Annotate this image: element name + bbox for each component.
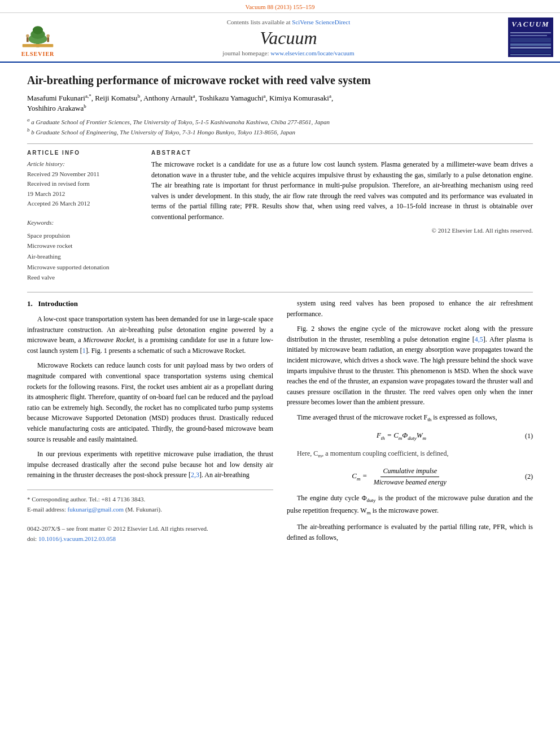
email-link[interactable]: fukunarig@gmail.com xyxy=(67,506,124,513)
homepage-url[interactable]: www.elsevier.com/locate/vacuum xyxy=(270,50,354,56)
formula-1: Fth = CmΦdutyWm xyxy=(287,430,516,443)
revised-date: 19 March 2012 xyxy=(27,190,65,197)
body-col-left: 1. Introduction A low-cost space transpo… xyxy=(27,298,273,547)
right-para-2: Fig. 2 shows the engine cycle of the mic… xyxy=(287,324,533,408)
right-para-3: Time averaged thrust of the microwave ro… xyxy=(287,412,533,424)
formula-1-label: Here, Cm, a momentum coupling coefficien… xyxy=(287,448,533,460)
svg-rect-5 xyxy=(27,37,29,42)
author-yamaguchi: Toshikazu Yamaguchia xyxy=(199,94,266,102)
intro-para-1: A low-cost space transportation system h… xyxy=(27,314,273,356)
divider xyxy=(27,143,533,144)
keyword-1: Space propulsion xyxy=(27,230,140,241)
affiliation-a: a a Graduate School of Frontier Sciences… xyxy=(27,116,533,126)
accepted-date: Accepted 26 March 2012 xyxy=(27,200,90,207)
keyword-5: Reed valve xyxy=(27,272,140,283)
email-person: (M. Fukunari). xyxy=(125,506,162,513)
intro-para-3: In our previous experiments with repetit… xyxy=(27,449,273,480)
journal-center: Contents lists available at SciVerse Sci… xyxy=(75,19,502,56)
author-fukunari: Masafumi Fukunaria,* xyxy=(27,94,91,102)
svg-point-4 xyxy=(26,34,29,37)
section-number: 1. xyxy=(27,299,33,308)
elsevier-text: ELSEVIER xyxy=(21,51,55,57)
revised-label: Received in revised form xyxy=(27,180,90,187)
abstract-text: The microwave rocket is a candidate for … xyxy=(151,159,533,235)
email-label: E-mail address: xyxy=(27,506,67,513)
doi-link[interactable]: 10.1016/j.vacuum.2012.03.058 xyxy=(38,535,116,542)
keyword-4: Microwave supported detonation xyxy=(27,262,140,273)
section-name: Introduction xyxy=(38,299,78,308)
sciverse-link: Contents lists available at SciVerse Sci… xyxy=(75,19,502,25)
author-arakawa: Yoshihiro Arakawab xyxy=(27,104,86,112)
article-content: Air-breathing performance of microwave r… xyxy=(0,63,560,557)
article-title: Air-breathing performance of microwave r… xyxy=(27,73,533,88)
fraction-numerator: Cumulative impulse xyxy=(380,466,439,477)
abstract-col: ABSTRACT The microwave rocket is a candi… xyxy=(151,150,533,283)
journal-header: ELSEVIER Contents lists available at Sci… xyxy=(0,13,560,63)
article-info-col: ARTICLE INFO Article history: Received 2… xyxy=(27,150,140,283)
doi-label: doi: xyxy=(27,535,37,542)
formula-1-number: (1) xyxy=(516,431,533,442)
formula-1-block: Fth = CmΦdutyWm (1) xyxy=(287,430,533,443)
corresponding-author: * Corresponding author. Tel.: +81 4 7136… xyxy=(27,495,273,505)
journal-reference: Vacuum 88 (2013) 155–159 xyxy=(245,3,314,10)
divider-2 xyxy=(27,292,533,292)
copyright: © 2012 Elsevier Ltd. All rights reserved… xyxy=(151,226,533,235)
right-para-5: The air-breathing performance is evaluat… xyxy=(287,522,533,543)
svg-point-3 xyxy=(33,26,43,34)
right-para-1: system using reed valves has been propos… xyxy=(287,298,533,319)
svg-rect-8 xyxy=(23,44,54,47)
elsevier-tree-icon xyxy=(15,21,60,50)
author-komurasaki: Kimiya Komurasakia xyxy=(269,94,331,102)
cover-decoration xyxy=(510,31,551,56)
authors: Masafumi Fukunaria,*, Reiji Komatsub, An… xyxy=(27,93,533,113)
svg-rect-7 xyxy=(47,37,49,42)
keyword-2: Microwave rocket xyxy=(27,241,140,251)
fraction-denominator: Microwave beamed energy xyxy=(371,477,449,488)
right-para-4: The engine duty cycle Φduty is the produ… xyxy=(287,493,533,517)
keyword-3: Air-breathing xyxy=(27,251,140,262)
keywords-list: Space propulsion Microwave rocket Air-br… xyxy=(27,230,140,283)
keywords-section: Keywords: Space propulsion Microwave roc… xyxy=(27,218,140,283)
doi-line: doi: 10.1016/j.vacuum.2012.03.058 xyxy=(27,534,273,544)
vacuum-cover: VACUUM xyxy=(508,18,553,57)
formula-2-number: (2) xyxy=(516,471,533,482)
email-address: E-mail address: fukunarig@gmail.com (M. … xyxy=(27,505,273,515)
formula-2-text: Cm = Cumulative impulse Microwave beamed… xyxy=(352,471,451,480)
author-arnault: Anthony Arnaulta xyxy=(143,94,195,102)
cover-title: VACUUM xyxy=(511,20,549,29)
keywords-label: Keywords: xyxy=(27,219,54,226)
homepage-label: journal homepage: xyxy=(222,50,270,56)
formula-2: Cm = Cumulative impulse Microwave beamed… xyxy=(287,466,516,487)
article-info-header: ARTICLE INFO xyxy=(27,150,140,156)
intro-section-title: 1. Introduction xyxy=(27,298,273,309)
page: Vacuum 88 (2013) 155–159 ELSEVIER xyxy=(0,0,560,747)
svg-point-6 xyxy=(46,34,49,37)
body-section: 1. Introduction A low-cost space transpo… xyxy=(27,298,533,547)
sciverse-link-text[interactable]: SciVerse ScienceDirect xyxy=(292,19,350,25)
formula-fraction: Cumulative impulse Microwave beamed ener… xyxy=(371,466,449,487)
affiliation-b: b b Graduate School of Engineering, The … xyxy=(27,126,533,137)
formula-2-block: Cm = Cumulative impulse Microwave beamed… xyxy=(287,466,533,487)
body-col-right: system using reed valves has been propos… xyxy=(287,298,533,547)
elsevier-logo: ELSEVIER xyxy=(7,18,69,57)
journal-name: Vacuum xyxy=(75,28,502,49)
contents-text: Contents lists available at xyxy=(227,19,292,25)
journal-reference-bar: Vacuum 88 (2013) 155–159 xyxy=(0,0,560,13)
author-komatsu: Reiji Komatsub xyxy=(95,94,140,102)
history-label: Article history: xyxy=(27,160,65,167)
abstract-paragraph: The microwave rocket is a candidate for … xyxy=(151,159,533,222)
affiliations: a a Graduate School of Frontier Sciences… xyxy=(27,116,533,137)
info-abstract-section: ARTICLE INFO Article history: Received 2… xyxy=(27,150,533,283)
received-date: Received 29 November 2011 xyxy=(27,171,99,177)
footnotes: * Corresponding author. Tel.: +81 4 7136… xyxy=(27,490,273,544)
issn-line: 0042-207X/$ – see front matter © 2012 El… xyxy=(27,524,273,534)
abstract-header: ABSTRACT xyxy=(151,150,533,156)
history-section: Article history: Received 29 November 20… xyxy=(27,159,140,209)
formula-1-text: Fth = CmΦdutyWm xyxy=(377,431,426,439)
intro-para-2: Microwave Rockets can reduce launch cost… xyxy=(27,360,273,444)
journal-homepage: journal homepage: www.elsevier.com/locat… xyxy=(75,50,502,56)
